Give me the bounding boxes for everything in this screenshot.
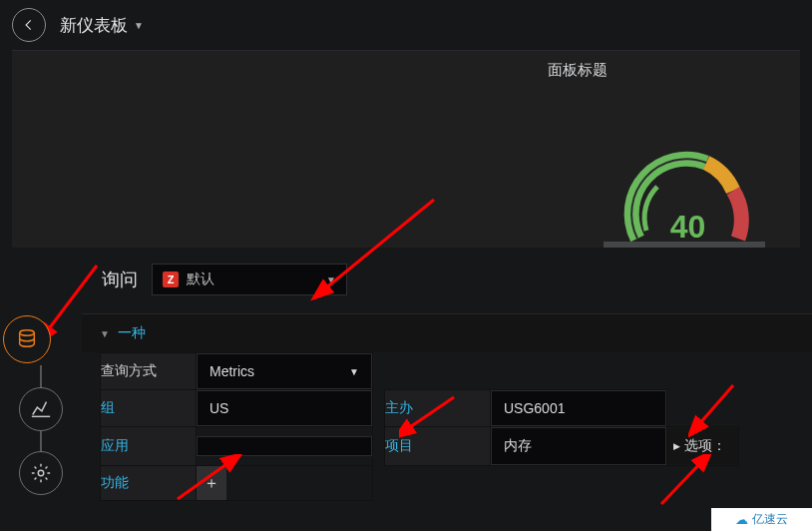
dashboard-picker[interactable]: 新仪表板 ▼: [60, 14, 144, 37]
arrow-left-icon: [22, 18, 36, 32]
gauge-value: 40: [610, 209, 765, 246]
gear-icon: [30, 462, 52, 484]
query-mode-value: Metrics: [209, 363, 254, 379]
chevron-down-icon: ▼: [100, 328, 110, 339]
panel: 面板标题 40: [12, 50, 800, 248]
query-label: 询问: [102, 267, 138, 291]
group-label[interactable]: 组: [101, 390, 197, 427]
scrollbar[interactable]: [604, 242, 765, 248]
options-toggle[interactable]: ▶ 选项：: [667, 428, 738, 464]
query-collapse-header[interactable]: ▼ 一种: [82, 313, 812, 352]
group-input[interactable]: US: [197, 390, 372, 426]
host-input[interactable]: USG6001: [491, 390, 666, 426]
query-letter: 一种: [118, 324, 146, 342]
panel-title: 面板标题: [548, 61, 608, 80]
options-label: 选项：: [684, 437, 726, 455]
host-label[interactable]: 主办: [385, 390, 491, 427]
tab-general[interactable]: [19, 451, 63, 495]
panel-title-wrap: 面板标题: [184, 51, 812, 80]
item-input[interactable]: 内存: [491, 427, 666, 465]
svg-point-1: [38, 470, 44, 476]
editor-tabstrip: [0, 258, 82, 501]
query-mode-label: 查询方式: [101, 353, 197, 390]
gauge: 40: [610, 139, 765, 268]
application-label[interactable]: 应用: [101, 427, 197, 466]
datasource-name: 默认: [187, 270, 318, 288]
database-icon: [16, 328, 38, 350]
datasource-select[interactable]: Z 默认 ▼: [152, 264, 347, 295]
back-button[interactable]: [12, 8, 46, 42]
chart-icon: [30, 398, 52, 420]
chevron-down-icon: ▼: [326, 274, 336, 285]
tab-query[interactable]: [3, 315, 51, 363]
chevron-down-icon: ▼: [349, 366, 359, 377]
zabbix-badge-icon: Z: [163, 271, 179, 287]
functions-label[interactable]: 功能: [101, 466, 197, 501]
svg-point-0: [20, 330, 35, 336]
application-input[interactable]: [197, 436, 372, 456]
query-form: 查询方式 Metrics ▼ 组 US 主办 USG6001 应用: [100, 352, 739, 501]
cloud-logo-icon: ☁: [735, 512, 748, 527]
watermark: ☁ 亿速云: [711, 508, 812, 531]
query-mode-select[interactable]: Metrics ▼: [197, 353, 372, 389]
watermark-text: 亿速云: [752, 511, 788, 528]
caret-right-icon: ▶: [673, 441, 680, 451]
add-function-button[interactable]: ＋: [197, 466, 226, 500]
item-label[interactable]: 项目: [385, 427, 491, 466]
tab-visualization[interactable]: [19, 387, 63, 431]
chevron-down-icon: ▼: [134, 20, 144, 31]
dashboard-title: 新仪表板: [60, 14, 128, 37]
